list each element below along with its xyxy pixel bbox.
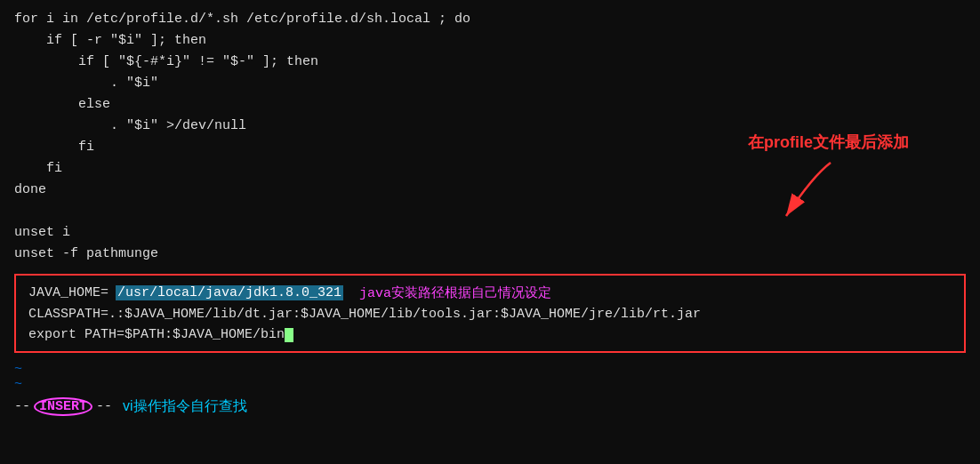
java-home-comment: java安装路径根据自己情况设定 [359,284,551,301]
status-dashes-right: -- [96,399,112,414]
java-path-highlight: /usr/local/java/jdk1.8.0_321 [116,285,343,300]
java-home-label: JAVA_HOME= [28,285,108,300]
code-line-2: if [ -r "$i" ]; then [14,30,966,52]
status-bar: -- INSERT -- vi操作指令自行查找 [14,397,966,416]
annotation-text: 在profile文件最后添加 [748,132,909,153]
insert-mode-badge: INSERT [34,397,92,416]
code-line-4: . "$i" [14,73,966,94]
highlight-box: JAVA_HOME=/usr/local/java/jdk1.8.0_321 j… [14,274,966,353]
code-line-12: unset -f pathmunge [14,244,966,265]
tilde-line-2: ~ [14,377,966,392]
tilde-line-1: ~ [14,362,966,377]
classpath-line: CLASSPATH=.:$JAVA_HOME/lib/dt.jar:$JAVA_… [28,307,952,322]
code-line-5: else [14,94,966,116]
export-text: export PATH=$PATH:$JAVA_HOME/bin [28,327,285,342]
cursor [285,328,293,342]
export-line: export PATH=$PATH:$JAVA_HOME/bin [28,327,952,342]
code-line-1: for i in /etc/profile.d/*.sh /etc/profil… [14,9,966,30]
terminal-window: for i in /etc/profile.d/*.sh /etc/profil… [0,0,980,464]
annotation-arrow [759,158,848,229]
code-line-3: if [ "${-#*i}" != "$-" ]; then [14,52,966,73]
status-dashes-left: -- [14,399,30,414]
vi-instruction-text: vi操作指令自行查找 [123,397,247,416]
java-home-line: JAVA_HOME=/usr/local/java/jdk1.8.0_321 j… [28,284,952,301]
